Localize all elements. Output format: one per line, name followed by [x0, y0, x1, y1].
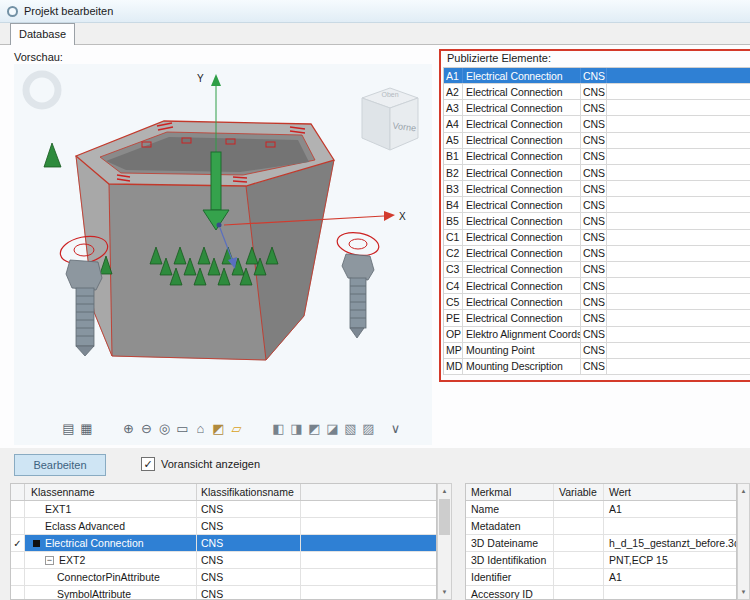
published-row[interactable]: C2Electrical ConnectionCNS: [444, 246, 750, 262]
class-row[interactable]: SymbolAttributeCNS: [11, 586, 436, 600]
scroll-down-icon[interactable]: ▼: [738, 585, 749, 599]
attr-header-variable[interactable]: Variable: [554, 484, 604, 500]
attribute-name-cell: Metadaten: [466, 518, 554, 534]
preview-toolbar: ▤▦⊕⊖◎▭⌂◩▱◧◨◩◪▧▨∨: [60, 417, 404, 439]
attribute-row[interactable]: 3D Dateinameh_d_15_gestanzt_before.3db: [466, 535, 736, 552]
published-row[interactable]: B3Electrical ConnectionCNS: [444, 181, 750, 197]
published-row[interactable]: B5Electrical ConnectionCNS: [444, 213, 750, 229]
published-cell-name: Electrical Connection: [463, 246, 581, 261]
published-row[interactable]: C4Electrical ConnectionCNS: [444, 278, 750, 294]
published-cell-code: B4: [444, 197, 463, 212]
checkmark-icon: ✓: [143, 459, 152, 470]
published-cell-filler: [607, 181, 750, 196]
published-cell-name: Mounting Description: [463, 359, 581, 374]
published-cell-code: A2: [444, 84, 463, 99]
scroll-up-icon[interactable]: ▲: [438, 484, 451, 498]
connector-housing[interactable]: [76, 121, 334, 360]
edit-button[interactable]: Bearbeiten: [14, 454, 106, 476]
class-row-checkbox[interactable]: [11, 552, 25, 568]
home-icon[interactable]: ⌂: [192, 418, 209, 438]
collapse-icon[interactable]: −: [45, 556, 54, 565]
more-views-icon[interactable]: ∨: [387, 418, 404, 438]
attribute-row[interactable]: Accessory ID: [466, 586, 736, 600]
monitor-icon[interactable]: ▭: [174, 418, 191, 438]
published-row[interactable]: OPElektro Alignment CoordsysCNS: [444, 327, 750, 343]
published-row[interactable]: B2Electrical ConnectionCNS: [444, 165, 750, 181]
class-row[interactable]: −EXT2CNS: [11, 552, 436, 569]
class-row[interactable]: ConnectorPinAttributeCNS: [11, 569, 436, 586]
folder-icon[interactable]: ▱: [228, 418, 245, 438]
attr-header-wert[interactable]: Wert: [604, 484, 736, 500]
zoom-in-icon[interactable]: ⊕: [120, 418, 137, 438]
attribute-table-scrollbar[interactable]: ▲ ▼: [737, 483, 750, 600]
view-right-icon[interactable]: ◪: [324, 418, 341, 438]
material-cube-icon[interactable]: ◩: [210, 418, 227, 438]
published-row[interactable]: PEElectrical ConnectionCNS: [444, 310, 750, 326]
attribute-row[interactable]: NameA1: [466, 501, 736, 518]
published-cell-name: Electrical Connection: [463, 100, 581, 115]
class-row-checkbox[interactable]: [11, 518, 25, 534]
class-row-label: EXT1: [45, 503, 71, 515]
class-row-name: SymbolAttribute: [25, 586, 197, 600]
class-row-checkbox[interactable]: [11, 569, 25, 585]
view-cube[interactable]: Oben Vorne: [362, 88, 418, 150]
published-row[interactable]: C3Electrical ConnectionCNS: [444, 262, 750, 278]
scrollbar-thumb[interactable]: [439, 499, 450, 535]
magnifier-icon[interactable]: ◎: [156, 418, 173, 438]
layers-grid-icon[interactable]: ▦: [78, 418, 95, 438]
preview-checkbox[interactable]: ✓: [141, 457, 155, 471]
published-row[interactable]: A5Electrical ConnectionCNS: [444, 133, 750, 149]
published-cell-filler: [607, 294, 750, 309]
attr-header-merkmal[interactable]: Merkmal: [466, 484, 554, 500]
tab-database[interactable]: Database: [10, 23, 75, 45]
class-row[interactable]: ✓Electrical ConnectionCNS: [11, 535, 436, 552]
scroll-up-icon[interactable]: ▲: [738, 484, 749, 498]
class-row-label: ConnectorPinAttribute: [57, 571, 160, 583]
class-row-class: CNS: [197, 552, 301, 568]
published-row[interactable]: A2Electrical ConnectionCNS: [444, 84, 750, 100]
tree-node-icon: [33, 540, 40, 547]
published-row[interactable]: A4Electrical ConnectionCNS: [444, 116, 750, 132]
preview-3d-canvas[interactable]: Oben Vorne: [14, 64, 432, 445]
published-row[interactable]: MDMounting DescriptionCNS: [444, 359, 750, 375]
class-table-scrollbar[interactable]: ▲ ▼: [437, 483, 452, 600]
attribute-row[interactable]: 3D IdentifikationPNT,ECP 15: [466, 552, 736, 569]
view-left-icon[interactable]: ◩: [306, 418, 323, 438]
layers-icon[interactable]: ▤: [60, 418, 77, 438]
published-row[interactable]: A3Electrical ConnectionCNS: [444, 100, 750, 116]
class-row-checkbox[interactable]: [11, 586, 25, 600]
attribute-row[interactable]: Metadaten: [466, 518, 736, 535]
attribute-table: Merkmal Variable Wert NameA1Metadaten3D …: [465, 483, 737, 600]
published-cell-code: B1: [444, 149, 463, 164]
view-back-icon[interactable]: ◨: [288, 418, 305, 438]
published-row[interactable]: C5Electrical ConnectionCNS: [444, 294, 750, 310]
published-cell-class: CNS: [581, 213, 607, 228]
class-row-class: CNS: [197, 569, 301, 585]
published-cell-code: A5: [444, 133, 463, 148]
published-row[interactable]: C1Electrical ConnectionCNS: [444, 230, 750, 246]
zoom-out-icon[interactable]: ⊖: [138, 418, 155, 438]
scroll-down-icon[interactable]: ▼: [438, 585, 451, 599]
published-cell-class: CNS: [581, 327, 607, 342]
published-cell-filler: [607, 165, 750, 180]
class-row-checkbox[interactable]: ✓: [11, 535, 25, 551]
published-cell-name: Electrical Connection: [463, 181, 581, 196]
class-row[interactable]: Eclass AdvancedCNS: [11, 518, 436, 535]
published-cell-class: CNS: [581, 181, 607, 196]
class-table-header-klassenname[interactable]: Klassenname: [25, 484, 197, 500]
published-row[interactable]: A1Electrical ConnectionCNS: [444, 68, 750, 84]
view-front-icon[interactable]: ◧: [270, 418, 287, 438]
attribute-name-cell: 3D Identifikation: [466, 552, 554, 568]
view-top-icon[interactable]: ▧: [342, 418, 359, 438]
view-iso-icon[interactable]: ▨: [360, 418, 377, 438]
published-row[interactable]: MPMounting PointCNS: [444, 343, 750, 359]
published-row[interactable]: B1Electrical ConnectionCNS: [444, 149, 750, 165]
class-row-checkbox[interactable]: [11, 501, 25, 517]
published-cell-class: CNS: [581, 100, 607, 115]
class-table-header-klassifikationsname[interactable]: Klassifikationsname: [197, 484, 301, 500]
published-row[interactable]: B4Electrical ConnectionCNS: [444, 197, 750, 213]
attribute-value-cell: [604, 586, 736, 600]
class-row[interactable]: EXT1CNS: [11, 501, 436, 518]
class-row-filler: [301, 552, 436, 568]
attribute-row[interactable]: IdentifierA1: [466, 569, 736, 586]
